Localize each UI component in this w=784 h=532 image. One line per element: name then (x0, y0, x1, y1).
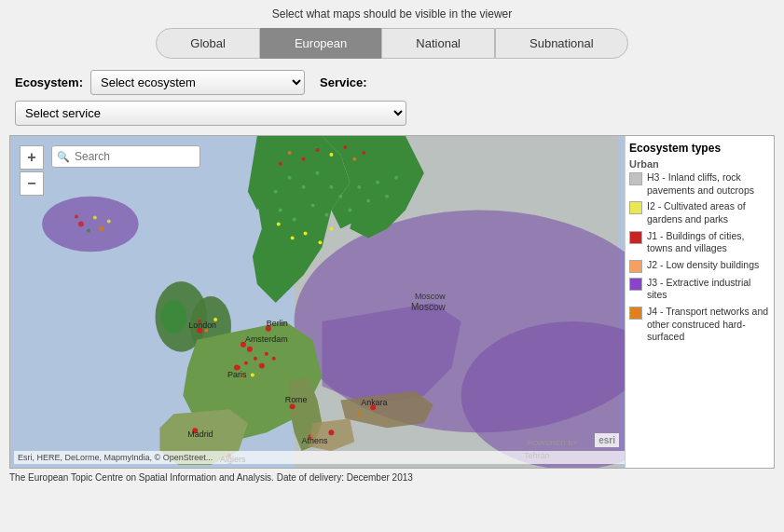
svg-point-3 (42, 197, 138, 252)
svg-point-45 (352, 157, 356, 161)
legend-text-j4: J4 - Transport networks and other constr… (647, 306, 770, 344)
legend-color-j4 (629, 307, 642, 320)
legend-item-i2: I2 - Cultivated areas of gardens and par… (629, 200, 770, 225)
tab-row: Global European National Subnational (122, 28, 663, 59)
svg-point-46 (362, 151, 365, 155)
svg-point-4 (78, 221, 84, 226)
svg-point-22 (293, 218, 296, 222)
svg-point-20 (329, 185, 333, 189)
legend-item-h3: H3 - Inland cliffs, rock pavements and o… (629, 171, 770, 197)
svg-point-59 (318, 240, 322, 244)
svg-point-13 (204, 329, 208, 333)
zoom-out-button[interactable]: − (20, 171, 44, 196)
tab-subnational[interactable]: Subnational (495, 28, 628, 59)
legend-item-j1: J1 - Buildings of cities, towns and vill… (629, 230, 770, 255)
legend-title: Ecosystem types (629, 142, 770, 155)
svg-point-18 (302, 185, 306, 189)
footer: The European Topic Centre on Spatial Inf… (0, 469, 784, 486)
svg-point-21 (279, 209, 282, 212)
svg-point-48 (288, 151, 292, 155)
svg-point-33 (254, 357, 257, 361)
svg-point-7 (87, 228, 90, 232)
legend-text-j2: J2 - Low density buildings (647, 259, 759, 272)
svg-point-39 (251, 374, 254, 377)
svg-point-16 (274, 190, 278, 194)
svg-point-25 (338, 195, 342, 198)
legend-text-h3: H3 - Inland cliffs, rock pavements and o… (647, 171, 770, 197)
svg-point-62 (370, 404, 376, 410)
tab-global[interactable]: Global (156, 28, 260, 59)
top-bar: Select what maps should be visible in th… (0, 0, 784, 24)
svg-point-64 (328, 430, 334, 435)
map-attribution: Esri, HERE, DeLorme, MapmyIndia, © OpenS… (14, 451, 625, 464)
svg-point-19 (316, 171, 320, 175)
svg-point-42 (316, 148, 320, 152)
svg-point-41 (302, 157, 306, 161)
legend-text-i2: I2 - Cultivated areas of gardens and par… (647, 200, 770, 225)
ecosystem-row: Ecosystem: Select ecosystem Service: (15, 70, 769, 95)
legend-item-j4: J4 - Transport networks and other constr… (629, 306, 770, 344)
map-container: + − 🔍 Moscow Amsterdam Berlin London Par… (9, 135, 775, 469)
svg-point-28 (366, 199, 370, 203)
tab-national[interactable]: National (381, 28, 495, 59)
svg-point-56 (277, 222, 281, 225)
svg-point-35 (265, 352, 268, 356)
svg-point-24 (324, 213, 328, 217)
svg-point-57 (291, 236, 295, 239)
svg-point-15 (160, 300, 186, 334)
svg-point-47 (279, 162, 282, 166)
svg-point-55 (266, 326, 271, 332)
footer-text: The European Topic Centre on Spatial Inf… (9, 472, 413, 483)
search-container: 🔍 (51, 145, 200, 168)
legend-color-i2 (629, 201, 642, 214)
svg-point-5 (93, 216, 97, 220)
svg-point-60 (329, 226, 333, 230)
svg-point-43 (329, 153, 333, 157)
svg-point-27 (357, 185, 361, 189)
legend-text-j1: J1 - Buildings of cities, towns and vill… (647, 230, 770, 255)
controls-area: Ecosystem: Select ecosystem Service: Sel… (0, 62, 784, 130)
service-select[interactable]: Select service (15, 101, 406, 126)
service-row: Select service (15, 101, 769, 126)
svg-point-50 (197, 328, 202, 334)
legend-item-j3: J3 - Extractive industrial sites (629, 277, 770, 302)
svg-point-23 (311, 204, 315, 208)
map-area[interactable]: + − 🔍 Moscow Amsterdam Berlin London Par… (10, 136, 625, 468)
svg-point-32 (247, 347, 253, 352)
legend-color-h3 (629, 172, 642, 185)
legend-panel: Ecosystem types Urban H3 - Inland cliffs… (625, 136, 774, 468)
svg-point-52 (192, 428, 198, 433)
legend-category-urban: Urban (629, 158, 770, 170)
legend-text-j3: J3 - Extractive industrial sites (647, 277, 770, 302)
ecosystem-select[interactable]: Select ecosystem (90, 70, 305, 95)
svg-point-30 (385, 195, 389, 198)
esri-badge: esri (595, 433, 619, 447)
svg-point-17 (288, 176, 292, 180)
svg-point-37 (272, 357, 276, 361)
legend-item-j2: J2 - Low density buildings (629, 259, 770, 273)
instruction-text: Select what maps should be visible in th… (272, 7, 512, 20)
powered-badge: POWERED BY (528, 439, 578, 447)
svg-point-9 (107, 219, 111, 223)
svg-point-38 (241, 375, 245, 379)
svg-point-44 (343, 145, 347, 149)
legend-color-j1 (629, 231, 642, 244)
svg-point-51 (234, 365, 240, 371)
svg-point-29 (376, 181, 379, 184)
map-controls: + − (20, 145, 44, 196)
tab-european[interactable]: European (260, 28, 381, 59)
svg-point-36 (259, 363, 265, 369)
svg-point-12 (198, 320, 201, 323)
svg-point-26 (348, 209, 351, 212)
legend-color-j3 (629, 278, 642, 291)
svg-point-53 (290, 403, 296, 409)
ecosystem-label: Ecosystem: (15, 75, 83, 89)
zoom-in-button[interactable]: + (20, 145, 44, 170)
svg-point-6 (99, 225, 104, 231)
svg-point-31 (394, 176, 398, 180)
svg-point-49 (241, 342, 246, 348)
svg-point-58 (304, 231, 308, 235)
svg-point-63 (357, 412, 361, 416)
svg-point-14 (213, 318, 217, 321)
search-input[interactable] (51, 145, 200, 168)
